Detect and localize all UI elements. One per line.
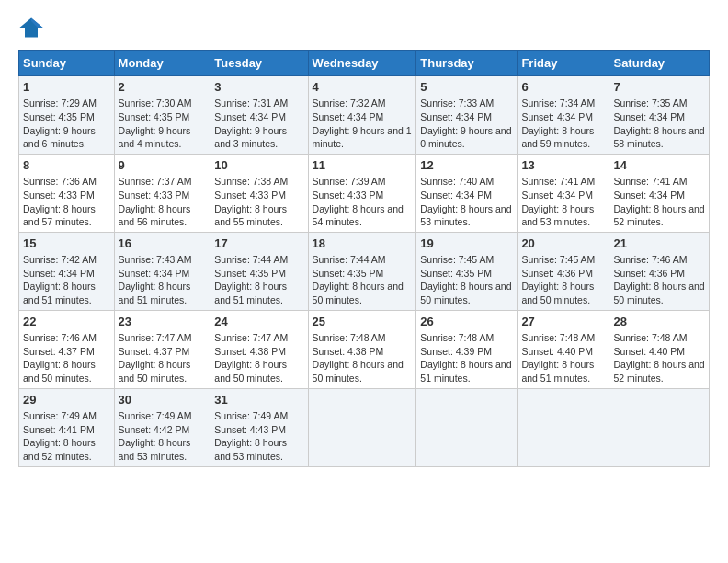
daylight-text: Daylight: 8 hours and 50 minutes. bbox=[23, 359, 96, 384]
column-header-saturday: Saturday bbox=[609, 51, 710, 76]
day-number: 1 bbox=[23, 79, 110, 96]
day-number: 11 bbox=[313, 157, 413, 174]
sunrise-text: Sunrise: 7:48 AM bbox=[420, 332, 494, 343]
sunset-text: Sunset: 4:35 PM bbox=[214, 268, 286, 279]
day-number: 20 bbox=[521, 236, 605, 252]
day-number: 15 bbox=[23, 236, 110, 252]
calendar-table: SundayMondayTuesdayWednesdayThursdayFrid… bbox=[18, 50, 710, 467]
column-header-wednesday: Wednesday bbox=[308, 51, 416, 76]
day-number: 26 bbox=[420, 314, 513, 330]
calendar-cell bbox=[518, 388, 609, 466]
daylight-text: Daylight: 9 hours and 1 minute. bbox=[313, 125, 412, 150]
column-header-friday: Friday bbox=[518, 51, 609, 76]
day-number: 25 bbox=[313, 314, 413, 330]
sunrise-text: Sunrise: 7:46 AM bbox=[613, 254, 687, 265]
calendar-cell bbox=[416, 388, 518, 466]
sunset-text: Sunset: 4:42 PM bbox=[119, 424, 190, 435]
sunrise-text: Sunrise: 7:37 AM bbox=[119, 176, 192, 187]
daylight-text: Daylight: 8 hours and 52 minutes. bbox=[613, 203, 704, 228]
sunset-text: Sunset: 4:33 PM bbox=[23, 190, 95, 201]
daylight-text: Daylight: 8 hours and 51 minutes. bbox=[521, 359, 594, 384]
calendar-cell: 20Sunrise: 7:45 AMSunset: 4:36 PMDayligh… bbox=[518, 232, 609, 310]
sunset-text: Sunset: 4:34 PM bbox=[23, 268, 95, 279]
calendar-cell: 31Sunrise: 7:49 AMSunset: 4:43 PMDayligh… bbox=[210, 388, 308, 466]
daylight-text: Daylight: 8 hours and 51 minutes. bbox=[214, 281, 287, 305]
calendar-cell: 11Sunrise: 7:39 AMSunset: 4:33 PMDayligh… bbox=[308, 154, 416, 232]
day-number: 4 bbox=[313, 79, 413, 96]
sunset-text: Sunset: 4:33 PM bbox=[119, 190, 190, 201]
sunrise-text: Sunrise: 7:35 AM bbox=[613, 98, 687, 109]
header bbox=[18, 15, 710, 40]
sunset-text: Sunset: 4:35 PM bbox=[313, 268, 384, 279]
calendar-cell: 9Sunrise: 7:37 AMSunset: 4:33 PMDaylight… bbox=[114, 154, 210, 232]
sunset-text: Sunset: 4:34 PM bbox=[521, 190, 593, 201]
sunset-text: Sunset: 4:35 PM bbox=[119, 111, 190, 122]
daylight-text: Daylight: 8 hours and 50 minutes. bbox=[214, 359, 287, 384]
day-number: 8 bbox=[23, 157, 110, 174]
sunrise-text: Sunrise: 7:45 AM bbox=[521, 254, 595, 265]
calendar-cell: 26Sunrise: 7:48 AMSunset: 4:39 PMDayligh… bbox=[416, 310, 518, 388]
sunset-text: Sunset: 4:34 PM bbox=[420, 190, 492, 201]
sunrise-text: Sunrise: 7:47 AM bbox=[119, 332, 192, 343]
daylight-text: Daylight: 8 hours and 53 minutes. bbox=[214, 437, 287, 462]
logo-icon bbox=[18, 15, 44, 40]
sunset-text: Sunset: 4:35 PM bbox=[420, 268, 492, 279]
sunset-text: Sunset: 4:38 PM bbox=[313, 346, 384, 357]
daylight-text: Daylight: 8 hours and 53 minutes. bbox=[521, 203, 594, 228]
calendar-cell: 2Sunrise: 7:30 AMSunset: 4:35 PMDaylight… bbox=[114, 76, 210, 155]
daylight-text: Daylight: 8 hours and 55 minutes. bbox=[214, 203, 287, 228]
day-number: 21 bbox=[613, 236, 705, 252]
calendar-cell: 19Sunrise: 7:45 AMSunset: 4:35 PMDayligh… bbox=[416, 232, 518, 310]
sunset-text: Sunset: 4:33 PM bbox=[214, 190, 286, 201]
column-header-sunday: Sunday bbox=[19, 51, 115, 76]
sunrise-text: Sunrise: 7:49 AM bbox=[119, 410, 192, 421]
calendar-header-row: SundayMondayTuesdayWednesdayThursdayFrid… bbox=[19, 51, 710, 76]
sunrise-text: Sunrise: 7:48 AM bbox=[313, 332, 386, 343]
sunrise-text: Sunrise: 7:45 AM bbox=[420, 254, 494, 265]
sunrise-text: Sunrise: 7:49 AM bbox=[214, 410, 288, 421]
daylight-text: Daylight: 8 hours and 59 minutes. bbox=[521, 125, 594, 150]
day-number: 29 bbox=[23, 392, 110, 408]
calendar-cell: 17Sunrise: 7:44 AMSunset: 4:35 PMDayligh… bbox=[210, 232, 308, 310]
sunrise-text: Sunrise: 7:41 AM bbox=[521, 176, 595, 187]
day-number: 27 bbox=[521, 314, 605, 330]
logo bbox=[18, 15, 46, 40]
page: SundayMondayTuesdayWednesdayThursdayFrid… bbox=[0, 0, 728, 477]
sunset-text: Sunset: 4:40 PM bbox=[613, 346, 685, 357]
daylight-text: Daylight: 8 hours and 50 minutes. bbox=[613, 281, 704, 305]
day-number: 13 bbox=[521, 157, 605, 174]
day-number: 7 bbox=[613, 79, 705, 96]
sunrise-text: Sunrise: 7:49 AM bbox=[23, 410, 97, 421]
daylight-text: Daylight: 8 hours and 58 minutes. bbox=[613, 125, 704, 150]
sunset-text: Sunset: 4:34 PM bbox=[420, 111, 492, 122]
sunrise-text: Sunrise: 7:46 AM bbox=[23, 332, 97, 343]
sunset-text: Sunset: 4:39 PM bbox=[420, 346, 492, 357]
calendar-cell bbox=[308, 388, 416, 466]
calendar-cell: 21Sunrise: 7:46 AMSunset: 4:36 PMDayligh… bbox=[609, 232, 710, 310]
daylight-text: Daylight: 8 hours and 51 minutes. bbox=[119, 281, 191, 305]
day-number: 28 bbox=[613, 314, 705, 330]
day-number: 31 bbox=[214, 392, 303, 408]
sunset-text: Sunset: 4:40 PM bbox=[521, 346, 593, 357]
column-header-tuesday: Tuesday bbox=[210, 51, 308, 76]
daylight-text: Daylight: 9 hours and 0 minutes. bbox=[420, 125, 511, 150]
sunset-text: Sunset: 4:43 PM bbox=[214, 424, 286, 435]
sunset-text: Sunset: 4:34 PM bbox=[613, 190, 685, 201]
sunrise-text: Sunrise: 7:48 AM bbox=[521, 332, 595, 343]
calendar-cell: 27Sunrise: 7:48 AMSunset: 4:40 PMDayligh… bbox=[518, 310, 609, 388]
sunset-text: Sunset: 4:34 PM bbox=[313, 111, 384, 122]
week-row-1: 1Sunrise: 7:29 AMSunset: 4:35 PMDaylight… bbox=[19, 76, 710, 155]
day-number: 23 bbox=[119, 314, 207, 330]
calendar-cell: 5Sunrise: 7:33 AMSunset: 4:34 PMDaylight… bbox=[416, 76, 518, 155]
day-number: 6 bbox=[521, 79, 605, 96]
sunrise-text: Sunrise: 7:38 AM bbox=[214, 176, 288, 187]
sunset-text: Sunset: 4:37 PM bbox=[119, 346, 190, 357]
daylight-text: Daylight: 8 hours and 57 minutes. bbox=[23, 203, 96, 228]
calendar-cell: 30Sunrise: 7:49 AMSunset: 4:42 PMDayligh… bbox=[114, 388, 210, 466]
sunset-text: Sunset: 4:35 PM bbox=[23, 111, 95, 122]
week-row-2: 8Sunrise: 7:36 AMSunset: 4:33 PMDaylight… bbox=[19, 154, 710, 232]
daylight-text: Daylight: 8 hours and 50 minutes. bbox=[313, 281, 404, 305]
calendar-cell: 12Sunrise: 7:40 AMSunset: 4:34 PMDayligh… bbox=[416, 154, 518, 232]
sunset-text: Sunset: 4:36 PM bbox=[613, 268, 685, 279]
sunset-text: Sunset: 4:34 PM bbox=[214, 111, 286, 122]
